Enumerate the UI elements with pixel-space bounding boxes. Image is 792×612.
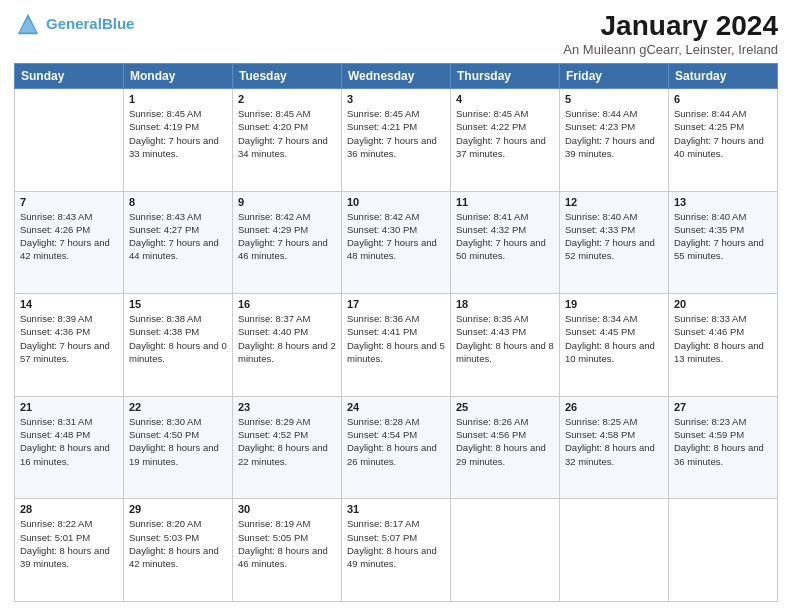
day-cell: 14Sunrise: 8:39 AMSunset: 4:36 PMDayligh…: [15, 294, 124, 397]
logo-icon: [14, 10, 42, 38]
day-info: Sunrise: 8:28 AMSunset: 4:54 PMDaylight:…: [347, 415, 445, 468]
day-cell: 7Sunrise: 8:43 AMSunset: 4:26 PMDaylight…: [15, 191, 124, 294]
logo-text: GeneralBlue: [46, 16, 134, 33]
day-number: 11: [456, 196, 554, 208]
day-cell: 21Sunrise: 8:31 AMSunset: 4:48 PMDayligh…: [15, 396, 124, 499]
day-cell: 20Sunrise: 8:33 AMSunset: 4:46 PMDayligh…: [669, 294, 778, 397]
day-info: Sunrise: 8:40 AMSunset: 4:35 PMDaylight:…: [674, 210, 772, 263]
col-header-tuesday: Tuesday: [233, 64, 342, 89]
day-number: 17: [347, 298, 445, 310]
page: GeneralBlue January 2024 An Muileann gCe…: [0, 0, 792, 612]
main-title: January 2024: [563, 10, 778, 42]
day-number: 31: [347, 503, 445, 515]
day-info: Sunrise: 8:43 AMSunset: 4:27 PMDaylight:…: [129, 210, 227, 263]
day-number: 24: [347, 401, 445, 413]
day-info: Sunrise: 8:30 AMSunset: 4:50 PMDaylight:…: [129, 415, 227, 468]
day-info: Sunrise: 8:29 AMSunset: 4:52 PMDaylight:…: [238, 415, 336, 468]
day-info: Sunrise: 8:36 AMSunset: 4:41 PMDaylight:…: [347, 312, 445, 365]
week-row-2: 7Sunrise: 8:43 AMSunset: 4:26 PMDaylight…: [15, 191, 778, 294]
day-number: 9: [238, 196, 336, 208]
day-info: Sunrise: 8:26 AMSunset: 4:56 PMDaylight:…: [456, 415, 554, 468]
day-number: 23: [238, 401, 336, 413]
day-number: 3: [347, 93, 445, 105]
day-cell: 13Sunrise: 8:40 AMSunset: 4:35 PMDayligh…: [669, 191, 778, 294]
col-header-monday: Monday: [124, 64, 233, 89]
day-cell: 8Sunrise: 8:43 AMSunset: 4:27 PMDaylight…: [124, 191, 233, 294]
title-block: January 2024 An Muileann gCearr, Leinste…: [563, 10, 778, 57]
day-cell: [15, 89, 124, 192]
day-cell: 12Sunrise: 8:40 AMSunset: 4:33 PMDayligh…: [560, 191, 669, 294]
day-number: 18: [456, 298, 554, 310]
logo: GeneralBlue: [14, 10, 134, 38]
header: GeneralBlue January 2024 An Muileann gCe…: [14, 10, 778, 57]
day-cell: 25Sunrise: 8:26 AMSunset: 4:56 PMDayligh…: [451, 396, 560, 499]
day-cell: 9Sunrise: 8:42 AMSunset: 4:29 PMDaylight…: [233, 191, 342, 294]
day-number: 25: [456, 401, 554, 413]
day-info: Sunrise: 8:35 AMSunset: 4:43 PMDaylight:…: [456, 312, 554, 365]
day-info: Sunrise: 8:38 AMSunset: 4:38 PMDaylight:…: [129, 312, 227, 365]
day-cell: 17Sunrise: 8:36 AMSunset: 4:41 PMDayligh…: [342, 294, 451, 397]
day-cell: [451, 499, 560, 602]
day-cell: 15Sunrise: 8:38 AMSunset: 4:38 PMDayligh…: [124, 294, 233, 397]
week-row-4: 21Sunrise: 8:31 AMSunset: 4:48 PMDayligh…: [15, 396, 778, 499]
day-cell: [669, 499, 778, 602]
day-number: 10: [347, 196, 445, 208]
day-number: 8: [129, 196, 227, 208]
week-row-3: 14Sunrise: 8:39 AMSunset: 4:36 PMDayligh…: [15, 294, 778, 397]
day-number: 6: [674, 93, 772, 105]
day-info: Sunrise: 8:42 AMSunset: 4:30 PMDaylight:…: [347, 210, 445, 263]
day-info: Sunrise: 8:41 AMSunset: 4:32 PMDaylight:…: [456, 210, 554, 263]
subtitle: An Muileann gCearr, Leinster, Ireland: [563, 42, 778, 57]
day-cell: 30Sunrise: 8:19 AMSunset: 5:05 PMDayligh…: [233, 499, 342, 602]
day-cell: 3Sunrise: 8:45 AMSunset: 4:21 PMDaylight…: [342, 89, 451, 192]
day-number: 21: [20, 401, 118, 413]
day-cell: 31Sunrise: 8:17 AMSunset: 5:07 PMDayligh…: [342, 499, 451, 602]
day-info: Sunrise: 8:19 AMSunset: 5:05 PMDaylight:…: [238, 517, 336, 570]
calendar-table: SundayMondayTuesdayWednesdayThursdayFrid…: [14, 63, 778, 602]
day-number: 20: [674, 298, 772, 310]
day-info: Sunrise: 8:42 AMSunset: 4:29 PMDaylight:…: [238, 210, 336, 263]
day-cell: 19Sunrise: 8:34 AMSunset: 4:45 PMDayligh…: [560, 294, 669, 397]
day-info: Sunrise: 8:23 AMSunset: 4:59 PMDaylight:…: [674, 415, 772, 468]
day-info: Sunrise: 8:34 AMSunset: 4:45 PMDaylight:…: [565, 312, 663, 365]
logo-line1: General: [46, 15, 102, 32]
day-info: Sunrise: 8:33 AMSunset: 4:46 PMDaylight:…: [674, 312, 772, 365]
day-info: Sunrise: 8:39 AMSunset: 4:36 PMDaylight:…: [20, 312, 118, 365]
day-info: Sunrise: 8:22 AMSunset: 5:01 PMDaylight:…: [20, 517, 118, 570]
day-number: 14: [20, 298, 118, 310]
day-info: Sunrise: 8:44 AMSunset: 4:25 PMDaylight:…: [674, 107, 772, 160]
logo-line2: Blue: [102, 15, 135, 32]
col-header-saturday: Saturday: [669, 64, 778, 89]
day-number: 29: [129, 503, 227, 515]
week-row-5: 28Sunrise: 8:22 AMSunset: 5:01 PMDayligh…: [15, 499, 778, 602]
day-info: Sunrise: 8:25 AMSunset: 4:58 PMDaylight:…: [565, 415, 663, 468]
day-cell: 18Sunrise: 8:35 AMSunset: 4:43 PMDayligh…: [451, 294, 560, 397]
week-row-1: 1Sunrise: 8:45 AMSunset: 4:19 PMDaylight…: [15, 89, 778, 192]
day-info: Sunrise: 8:17 AMSunset: 5:07 PMDaylight:…: [347, 517, 445, 570]
day-info: Sunrise: 8:45 AMSunset: 4:19 PMDaylight:…: [129, 107, 227, 160]
day-info: Sunrise: 8:45 AMSunset: 4:22 PMDaylight:…: [456, 107, 554, 160]
day-number: 2: [238, 93, 336, 105]
day-number: 28: [20, 503, 118, 515]
day-info: Sunrise: 8:31 AMSunset: 4:48 PMDaylight:…: [20, 415, 118, 468]
day-info: Sunrise: 8:45 AMSunset: 4:20 PMDaylight:…: [238, 107, 336, 160]
day-number: 4: [456, 93, 554, 105]
day-cell: 6Sunrise: 8:44 AMSunset: 4:25 PMDaylight…: [669, 89, 778, 192]
day-number: 30: [238, 503, 336, 515]
day-info: Sunrise: 8:37 AMSunset: 4:40 PMDaylight:…: [238, 312, 336, 365]
day-cell: 24Sunrise: 8:28 AMSunset: 4:54 PMDayligh…: [342, 396, 451, 499]
day-info: Sunrise: 8:43 AMSunset: 4:26 PMDaylight:…: [20, 210, 118, 263]
col-header-sunday: Sunday: [15, 64, 124, 89]
day-number: 12: [565, 196, 663, 208]
day-cell: [560, 499, 669, 602]
col-header-wednesday: Wednesday: [342, 64, 451, 89]
svg-marker-1: [20, 17, 37, 32]
day-cell: 28Sunrise: 8:22 AMSunset: 5:01 PMDayligh…: [15, 499, 124, 602]
day-number: 7: [20, 196, 118, 208]
day-number: 5: [565, 93, 663, 105]
calendar-header-row: SundayMondayTuesdayWednesdayThursdayFrid…: [15, 64, 778, 89]
day-cell: 2Sunrise: 8:45 AMSunset: 4:20 PMDaylight…: [233, 89, 342, 192]
day-number: 26: [565, 401, 663, 413]
day-cell: 10Sunrise: 8:42 AMSunset: 4:30 PMDayligh…: [342, 191, 451, 294]
day-cell: 4Sunrise: 8:45 AMSunset: 4:22 PMDaylight…: [451, 89, 560, 192]
